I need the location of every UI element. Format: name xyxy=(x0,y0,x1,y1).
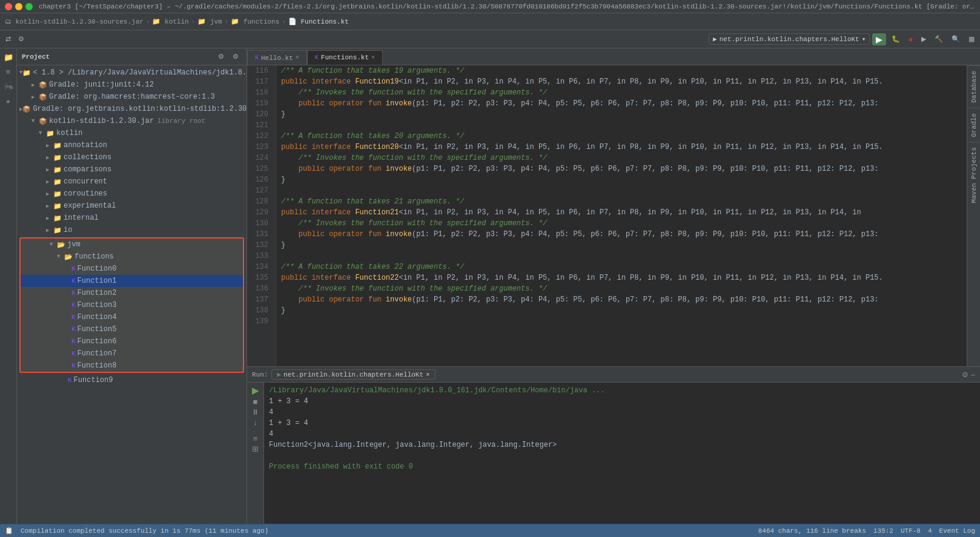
indent-size[interactable]: 4 xyxy=(928,527,932,535)
tree-item-internal[interactable]: ▶ 📁 internal xyxy=(17,212,247,224)
tree-item-function3[interactable]: K Function3 xyxy=(21,299,243,311)
tree-item-annotation[interactable]: ▶ 📁 annotation xyxy=(17,139,247,151)
arrow-icon: ▶ xyxy=(46,203,53,209)
code-line: /** A function that takes 20 arguments. … xyxy=(281,131,962,142)
scroll-button[interactable]: ≡ xyxy=(253,434,258,443)
tree-item-function8[interactable]: K Function8 xyxy=(21,360,243,372)
line-number: 120 xyxy=(252,109,271,120)
gear-icon[interactable]: ⚙ xyxy=(215,51,227,62)
ant-build-icon[interactable]: 🐜 xyxy=(2,80,15,93)
cursor-position[interactable]: 135:2 xyxy=(873,527,893,535)
tree-item-comparisons[interactable]: ▶ 📁 comparisons xyxy=(17,163,247,176)
sync-button[interactable]: ⇄ xyxy=(2,34,14,44)
breadcrumb-jvm[interactable]: 📁 jvm xyxy=(197,18,222,25)
event-log-icon[interactable]: 📋 xyxy=(5,527,13,535)
build-button[interactable]: 🔨 xyxy=(932,34,946,44)
tree-item-io[interactable]: ▶ 📁 io xyxy=(17,224,247,236)
tree-item-function0[interactable]: K Function0 xyxy=(21,263,243,275)
breadcrumb-file[interactable]: 📄 Functions.kt xyxy=(288,18,349,25)
pause-button[interactable]: ⏸ xyxy=(251,407,259,417)
favorites-icon[interactable]: ★ xyxy=(2,94,15,108)
code-line: } xyxy=(281,174,962,185)
step-button[interactable]: ↓ xyxy=(253,418,257,427)
folder-icon: 📁 xyxy=(53,202,62,210)
stop-button[interactable]: ■ xyxy=(906,35,916,44)
tree-item-concurrent[interactable]: ▶ 📁 concurrent xyxy=(17,176,247,188)
settings-button[interactable]: ⚙ xyxy=(15,34,27,44)
kotlin-file-icon: K xyxy=(68,377,72,384)
tree-item-function6[interactable]: K Function6 xyxy=(21,335,243,348)
run-tab-close[interactable]: × xyxy=(426,371,430,378)
tree-item-hamcrest[interactable]: ▶ 📦 Gradle: org.hamcrest:hamcrest-core:1… xyxy=(17,91,247,103)
tree-item-jdk[interactable]: ▼ 📁 < 1.8 > /Library/Java/JavaVirtualMac… xyxy=(17,67,247,79)
run-configuration[interactable]: ▶ net.println.kotlin.chapters.HelloKt ▾ xyxy=(709,33,870,45)
run-output-line: Process finished with exit code 0 xyxy=(269,461,975,472)
kotlin-file-icon: K xyxy=(71,350,76,357)
tree-item-function7[interactable]: K Function7 xyxy=(21,348,243,360)
tree-item-experimental[interactable]: ▶ 📁 experimental xyxy=(17,200,247,212)
folder-icon: 📁 xyxy=(53,178,62,186)
tree-item-function5[interactable]: K Function5 xyxy=(21,323,243,335)
tree-item-functions-folder[interactable]: ▼ 📂 functions xyxy=(21,251,243,263)
run-button[interactable]: ▶ xyxy=(872,33,886,45)
maximize-button[interactable] xyxy=(25,3,33,10)
tab-hello-kt[interactable]: K Hello.kt × xyxy=(247,50,307,65)
event-log-label[interactable]: Event Log xyxy=(939,527,975,535)
structure-icon[interactable]: ≡ xyxy=(2,65,15,79)
debug-button[interactable]: 🐛 xyxy=(889,34,903,44)
tree-item-kotlin-gradle[interactable]: ▶ 📦 Gradle: org.jetbrains.kotlin:kotlin-… xyxy=(17,103,247,115)
tree-item-function9[interactable]: K Function9 xyxy=(17,374,247,386)
status-right: 8464 chars, 116 line breaks 135:2 UTF-8 … xyxy=(758,527,975,535)
kotlin-file-icon: K xyxy=(71,289,76,297)
breadcrumb-functions[interactable]: 📁 functions xyxy=(231,18,279,25)
stop-button[interactable]: ■ xyxy=(253,397,258,406)
tree-item-coroutines[interactable]: ▶ 📁 coroutines xyxy=(17,188,247,200)
database-tab[interactable]: Database xyxy=(968,65,979,108)
status-left: 📋 Compilation completed successfully in … xyxy=(5,527,268,535)
tab-close-icon[interactable]: × xyxy=(371,54,375,61)
arrow-icon: ▶ xyxy=(46,154,53,161)
minimize-button[interactable] xyxy=(15,3,22,10)
tree-item-function4[interactable]: K Function4 xyxy=(21,311,243,323)
file-tree: ▼ 📁 < 1.8 > /Library/Java/JavaVirtualMac… xyxy=(17,65,247,524)
tree-item-function2[interactable]: K Function2 xyxy=(21,287,243,299)
project-icon[interactable]: 📁 xyxy=(2,51,15,64)
tree-item-label: Function4 xyxy=(78,313,117,321)
tree-item-jvm[interactable]: ▼ 📂 jvm xyxy=(21,239,243,251)
tree-item-kotlin-folder[interactable]: ▼ 📁 kotlin xyxy=(17,127,247,139)
line-number: 128 xyxy=(252,196,271,207)
tree-item-function1[interactable]: K Function1 xyxy=(21,275,243,287)
tab-close-icon[interactable]: × xyxy=(296,54,299,61)
run-output-line: 4 xyxy=(269,407,975,418)
dropdown-arrow-icon: ▾ xyxy=(862,35,866,43)
grid-button[interactable]: ▦ xyxy=(965,34,978,44)
close-button[interactable] xyxy=(5,3,12,10)
breadcrumb-kotlin[interactable]: 📁 kotlin xyxy=(152,18,188,25)
tree-item-collections[interactable]: ▶ 📁 collections xyxy=(17,151,247,163)
tree-item-junit[interactable]: ▶ 📦 Gradle: junit:junit:4.12 xyxy=(17,79,247,91)
run-tab[interactable]: ▶ net.println.kotlin.chapters.HelloKt × xyxy=(271,369,435,380)
filter-button[interactable]: ⊞ xyxy=(252,444,259,453)
project-panel-title: Project xyxy=(22,53,50,61)
run-settings-icon[interactable]: ⚙ xyxy=(962,371,968,379)
run-minimize-icon[interactable]: – xyxy=(971,371,975,379)
code-line: public operator fun invoke(p1: P1, p2: P… xyxy=(281,294,962,305)
tree-item-label: comparisons xyxy=(64,165,111,174)
code-line: public interface Function20<in P1, in P2… xyxy=(281,142,962,153)
arrow-icon: ▶ xyxy=(46,166,53,173)
settings-icon[interactable]: ⚙ xyxy=(230,51,242,62)
arrow-icon: ▶ xyxy=(46,227,53,234)
breadcrumb-jar[interactable]: 🗂 kotlin-stdlib-1.2.30-sources.jar xyxy=(5,18,144,25)
encoding[interactable]: UTF-8 xyxy=(901,527,921,535)
search-everywhere-button[interactable]: 🔍 xyxy=(949,34,963,44)
maven-projects-tab[interactable]: Maven Projects xyxy=(968,142,979,208)
coverage-button[interactable]: ▶ xyxy=(918,34,929,44)
line-number: 123 xyxy=(252,142,271,153)
code-line xyxy=(281,251,962,262)
tree-item-kotlin-jar[interactable]: ▼ 📦 kotlin-stdlib-1.2.30.jar library roo… xyxy=(17,115,247,127)
gradle-tab[interactable]: Gradle xyxy=(968,108,979,142)
code-view[interactable]: /** A function that takes 19 arguments. … xyxy=(276,65,967,366)
run-play-button[interactable]: ▶ xyxy=(252,385,259,396)
arrow-icon: ▼ xyxy=(57,254,64,260)
tab-functions-kt[interactable]: K Functions.kt × xyxy=(307,50,383,65)
